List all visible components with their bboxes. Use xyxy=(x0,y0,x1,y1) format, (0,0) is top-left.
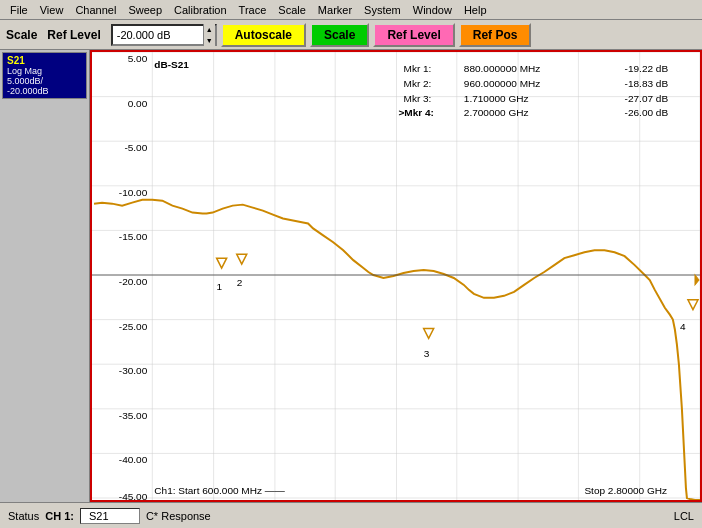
svg-text:-20.00: -20.00 xyxy=(119,276,148,287)
svg-text:4: 4 xyxy=(680,321,686,332)
ref-level-button[interactable]: Ref Level xyxy=(373,23,454,47)
toolbar: Scale Ref Level ▲ ▼ Autoscale Scale Ref … xyxy=(0,20,702,50)
channel-scale: 5.000dB/ xyxy=(7,76,82,86)
spinner-down[interactable]: ▼ xyxy=(204,35,215,46)
svg-text:880.000000 MHz: 880.000000 MHz xyxy=(464,63,540,74)
svg-text:Mkr 2:: Mkr 2: xyxy=(404,78,432,89)
spinner-buttons: ▲ ▼ xyxy=(203,24,215,46)
svg-text:Mkr 3:: Mkr 3: xyxy=(404,93,432,104)
menu-sweep[interactable]: Sweep xyxy=(122,3,168,17)
menu-trace[interactable]: Trace xyxy=(233,3,273,17)
svg-text:-15.00: -15.00 xyxy=(119,231,148,242)
ref-level-input[interactable] xyxy=(113,29,203,41)
status-ch-label: CH 1: xyxy=(45,510,74,522)
svg-text:2: 2 xyxy=(237,277,243,288)
menu-channel[interactable]: Channel xyxy=(69,3,122,17)
chart-svg: 5.00 0.00 -5.00 -10.00 -15.00 -20.00 -25… xyxy=(92,52,700,500)
scale-button[interactable]: Scale xyxy=(310,23,369,47)
status-response: C* Response xyxy=(146,510,211,522)
status-label: Status xyxy=(8,510,39,522)
menu-calibration[interactable]: Calibration xyxy=(168,3,233,17)
channel-title: S21 xyxy=(7,55,82,66)
svg-text:3: 3 xyxy=(424,348,430,359)
svg-text:-5.00: -5.00 xyxy=(124,142,147,153)
menu-scale[interactable]: Scale xyxy=(272,3,312,17)
svg-text:2.700000 GHz: 2.700000 GHz xyxy=(464,107,529,118)
ref-pos-button[interactable]: Ref Pos xyxy=(459,23,532,47)
svg-text:0.00: 0.00 xyxy=(128,98,148,109)
menu-window[interactable]: Window xyxy=(407,3,458,17)
svg-text:960.000000 MHz: 960.000000 MHz xyxy=(464,78,540,89)
ref-level-label: Ref Level xyxy=(47,28,100,42)
spinner-up[interactable]: ▲ xyxy=(204,24,215,35)
scale-label: Scale xyxy=(6,28,37,42)
svg-text:-10.00: -10.00 xyxy=(119,187,148,198)
svg-text:-26.00 dB: -26.00 dB xyxy=(625,107,669,118)
svg-text:-25.00: -25.00 xyxy=(119,321,148,332)
menu-system[interactable]: System xyxy=(358,3,407,17)
svg-text:dB-S21: dB-S21 xyxy=(154,59,189,70)
channel-type: Log Mag xyxy=(7,66,82,76)
svg-text:Stop  2.80000 GHz: Stop 2.80000 GHz xyxy=(584,485,667,496)
channel-info: S21 Log Mag 5.000dB/ -20.000dB xyxy=(2,52,87,99)
svg-text:-19.22 dB: -19.22 dB xyxy=(625,63,669,74)
autoscale-button[interactable]: Autoscale xyxy=(221,23,306,47)
svg-text:-18.83 dB: -18.83 dB xyxy=(625,78,669,89)
main-content: S21 Log Mag 5.000dB/ -20.000dB xyxy=(0,50,702,502)
svg-text:>Mkr 4:: >Mkr 4: xyxy=(399,107,434,118)
svg-text:1: 1 xyxy=(217,281,223,292)
menu-help[interactable]: Help xyxy=(458,3,493,17)
menu-file[interactable]: File xyxy=(4,3,34,17)
svg-text:Mkr 1:: Mkr 1: xyxy=(404,63,432,74)
status-lcl: LCL xyxy=(674,510,694,522)
svg-text:-45.00: -45.00 xyxy=(119,491,148,500)
menu-bar: File View Channel Sweep Calibration Trac… xyxy=(0,0,702,20)
svg-text:-35.00: -35.00 xyxy=(119,410,148,421)
svg-text:-40.00: -40.00 xyxy=(119,454,148,465)
menu-view[interactable]: View xyxy=(34,3,70,17)
menu-marker[interactable]: Marker xyxy=(312,3,358,17)
left-panel: S21 Log Mag 5.000dB/ -20.000dB xyxy=(0,50,90,502)
status-bar: Status CH 1: S21 C* Response LCL xyxy=(0,502,702,528)
chart-container: 5.00 0.00 -5.00 -10.00 -15.00 -20.00 -25… xyxy=(90,50,702,502)
svg-text:5.00: 5.00 xyxy=(128,53,148,64)
channel-ref: -20.000dB xyxy=(7,86,82,96)
svg-text:Ch1:  Start  600.000 MHz  ——: Ch1: Start 600.000 MHz —— xyxy=(154,485,285,496)
svg-text:1.710000 GHz: 1.710000 GHz xyxy=(464,93,529,104)
status-s21: S21 xyxy=(80,508,140,524)
ref-level-input-container: ▲ ▼ xyxy=(111,24,217,46)
svg-text:-30.00: -30.00 xyxy=(119,365,148,376)
svg-text:-27.07 dB: -27.07 dB xyxy=(625,93,669,104)
